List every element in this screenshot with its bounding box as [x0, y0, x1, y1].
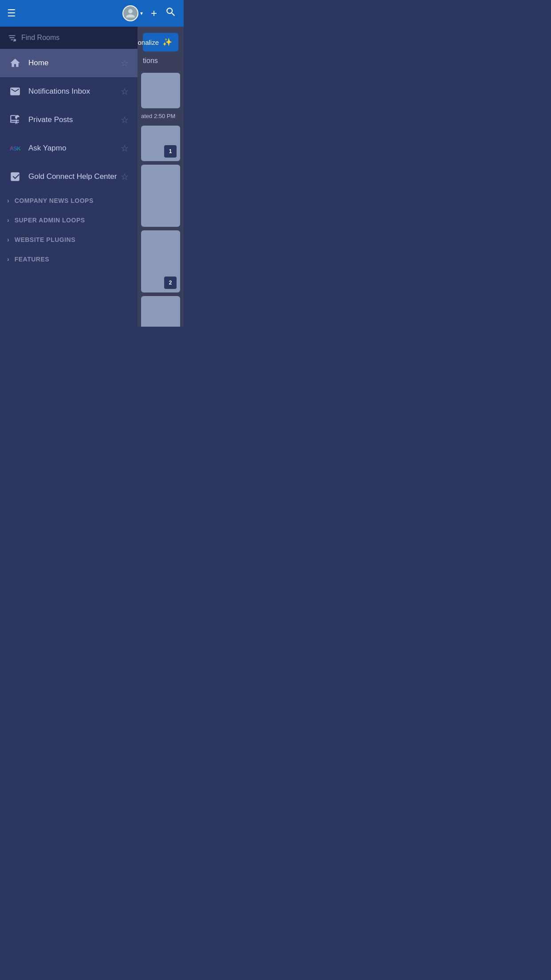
gold-connect-label: Gold Connect Help Center — [28, 172, 119, 181]
content-header: sonalize ✨ tions — [138, 27, 184, 73]
card-timestamp: ated 2:50 PM — [141, 112, 180, 122]
hamburger-menu-icon[interactable]: ☰ — [7, 8, 16, 19]
company-news-chevron-icon: › — [7, 197, 9, 204]
content-card-4[interactable]: 2 — [141, 230, 180, 292]
avatar — [122, 5, 138, 21]
cards-list: ated 2:50 PM 1 2 — [138, 73, 184, 327]
wand-icon: ✨ — [162, 37, 172, 47]
find-rooms-placeholder: Find Rooms — [21, 34, 59, 42]
content-card-1[interactable] — [141, 73, 180, 108]
sidebar: Find Rooms Home ☆ Notifications Inbox ☆ — [0, 27, 138, 327]
header-left: ☰ — [7, 8, 16, 19]
header-right: ▾ + — [122, 5, 177, 21]
find-rooms-search[interactable]: Find Rooms — [0, 27, 138, 49]
notifications-icon — [7, 83, 23, 99]
notifications-star-button[interactable]: ☆ — [119, 84, 130, 99]
private-posts-label: Private Posts — [28, 115, 119, 124]
private-posts-icon — [7, 112, 23, 128]
features-label: FEATURES — [15, 256, 49, 263]
sidebar-item-notifications[interactable]: Notifications Inbox ☆ — [0, 77, 138, 106]
super-admin-chevron-icon: › — [7, 217, 9, 224]
personalize-label: sonalize — [138, 39, 159, 46]
website-plugins-chevron-icon: › — [7, 236, 9, 243]
comment-badge-2: 2 — [164, 277, 177, 289]
comment-badge-1: 1 — [164, 145, 177, 158]
notifications-label: Notifications Inbox — [28, 87, 119, 96]
person-icon — [125, 8, 136, 19]
private-posts-star-button[interactable]: ☆ — [119, 113, 130, 127]
app-header: ☰ ▾ + — [0, 0, 184, 27]
section-features[interactable]: › FEATURES — [0, 249, 138, 269]
home-label: Home — [28, 59, 119, 67]
home-star-button[interactable]: ☆ — [119, 56, 130, 70]
content-section-title: tions — [143, 55, 178, 67]
main-content: sonalize ✨ tions ated 2:50 PM 1 2 — [138, 27, 184, 327]
avatar-dropdown-arrow: ▾ — [140, 10, 143, 16]
find-rooms-icon — [7, 33, 17, 43]
gold-connect-star-button[interactable]: ☆ — [119, 170, 130, 184]
content-card-2[interactable]: 1 — [141, 126, 180, 161]
home-icon — [7, 55, 23, 71]
section-website-plugins[interactable]: › WEBSITE PLUGINS — [0, 230, 138, 249]
sidebar-item-home[interactable]: Home ☆ — [0, 49, 138, 77]
search-button[interactable] — [165, 6, 177, 20]
features-chevron-icon: › — [7, 256, 9, 263]
yapmo-icon: ASK — [7, 140, 23, 156]
website-plugins-label: WEBSITE PLUGINS — [15, 236, 75, 243]
user-avatar-button[interactable]: ▾ — [122, 5, 143, 21]
gold-connect-icon — [7, 169, 23, 185]
personalize-button[interactable]: sonalize ✨ — [143, 33, 178, 51]
section-super-admin[interactable]: › SUPER ADMIN LOOPS — [0, 210, 138, 230]
add-button[interactable]: + — [151, 7, 157, 20]
sidebar-item-gold-connect[interactable]: Gold Connect Help Center ☆ — [0, 162, 138, 191]
ask-yapmo-star-button[interactable]: ☆ — [119, 141, 130, 155]
content-card-5[interactable] — [141, 296, 180, 327]
company-news-label: COMPANY NEWS LOOPS — [15, 197, 94, 204]
main-layout: Find Rooms Home ☆ Notifications Inbox ☆ — [0, 27, 184, 327]
search-icon — [165, 6, 177, 18]
ask-yapmo-label: Ask Yapmo — [28, 144, 119, 153]
content-card-3[interactable] — [141, 165, 180, 227]
sidebar-item-private-posts[interactable]: Private Posts ☆ — [0, 106, 138, 134]
section-company-news[interactable]: › COMPANY NEWS LOOPS — [0, 191, 138, 210]
sidebar-item-ask-yapmo[interactable]: ASK Ask Yapmo ☆ — [0, 134, 138, 162]
super-admin-label: SUPER ADMIN LOOPS — [15, 217, 85, 224]
